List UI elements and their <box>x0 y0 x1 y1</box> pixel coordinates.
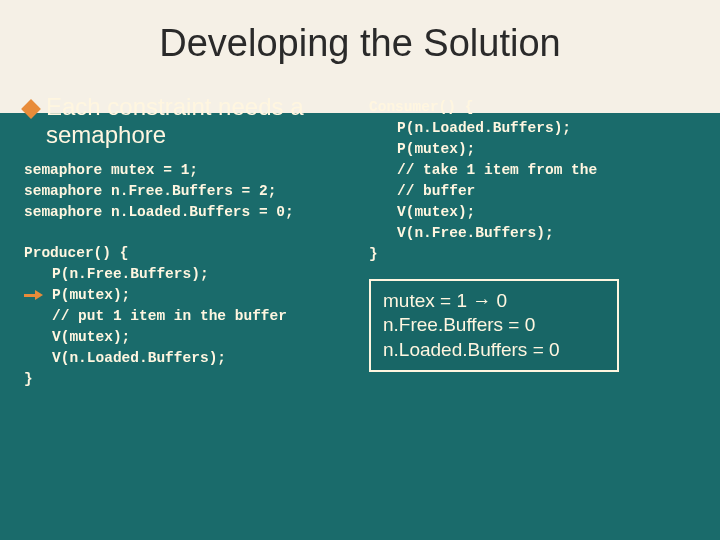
code-line: Consumer() { <box>369 99 473 115</box>
state-line: n.Loaded.Buffers = 0 <box>383 338 605 362</box>
code-line: Producer() { <box>24 245 128 261</box>
state-line: n.Free.Buffers = 0 <box>383 313 605 337</box>
code-line: semaphore n.Loaded.Buffers = 0; <box>24 204 294 220</box>
code-line: } <box>24 371 33 387</box>
code-line: V(mutex); <box>24 327 351 348</box>
code-line: V(n.Loaded.Buffers); <box>24 348 351 369</box>
producer-code: Producer() { P(n.Free.Buffers);P(mutex);… <box>24 243 351 390</box>
state-text: mutex = 1 <box>383 290 472 311</box>
arrow-right-icon: → <box>472 289 491 313</box>
code-line: P(mutex); <box>369 139 696 160</box>
content-columns: Each constraint needs a semaphore semaph… <box>0 65 720 390</box>
consumer-code: Consumer() { P(n.Loaded.Buffers);P(mutex… <box>369 97 696 265</box>
arrow-right-icon <box>24 291 44 301</box>
code-line: } <box>369 246 378 262</box>
code-line: semaphore mutex = 1; <box>24 162 198 178</box>
state-text: 0 <box>491 290 507 311</box>
page-title: Developing the Solution <box>0 0 720 65</box>
code-line-highlight: P(mutex); <box>50 285 130 306</box>
left-column: Each constraint needs a semaphore semaph… <box>24 93 351 390</box>
state-line: mutex = 1 → 0 <box>383 289 605 313</box>
code-line: semaphore n.Free.Buffers = 2; <box>24 183 276 199</box>
code-line: // take 1 item from the <box>369 160 696 181</box>
diamond-bullet-icon <box>21 99 41 119</box>
code-line: V(n.Free.Buffers); <box>369 223 696 244</box>
code-line: // put 1 item in the buffer <box>24 306 351 327</box>
code-line: P(n.Free.Buffers); <box>24 264 351 285</box>
slide: Developing the Solution Each constraint … <box>0 0 720 540</box>
bullet-item: Each constraint needs a semaphore <box>24 93 351 150</box>
code-line: P(n.Loaded.Buffers); <box>369 118 696 139</box>
semaphore-declarations: semaphore mutex = 1; semaphore n.Free.Bu… <box>24 160 351 223</box>
bullet-text: Each constraint needs a semaphore <box>46 93 351 150</box>
state-box: mutex = 1 → 0 n.Free.Buffers = 0 n.Loade… <box>369 279 619 372</box>
right-column: Consumer() { P(n.Loaded.Buffers);P(mutex… <box>369 93 696 390</box>
code-line: V(mutex); <box>369 202 696 223</box>
code-line: // buffer <box>369 181 696 202</box>
